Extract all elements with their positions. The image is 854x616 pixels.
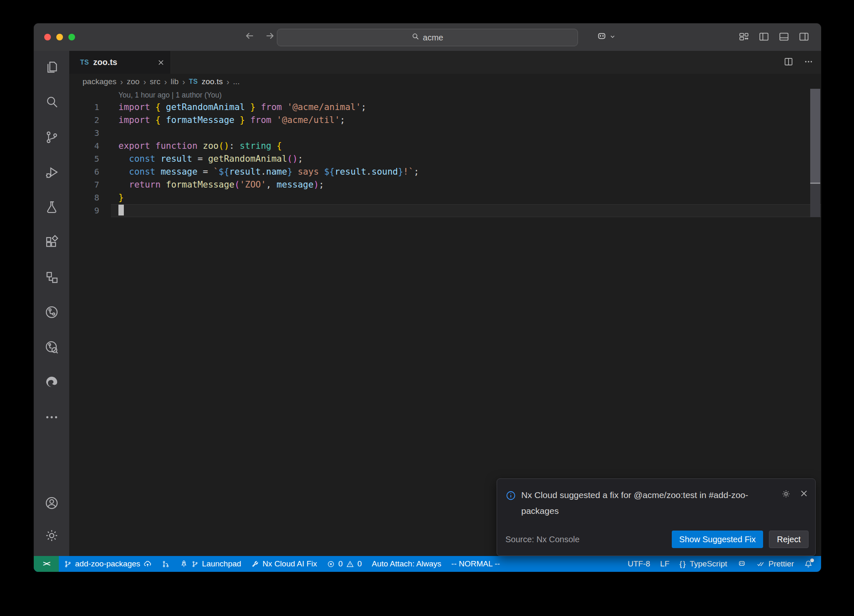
- forward-arrow-icon[interactable]: [264, 30, 275, 43]
- extensions-icon[interactable]: [42, 233, 61, 252]
- code-token: ${: [219, 167, 229, 177]
- bell-icon: [804, 560, 813, 568]
- explorer-icon[interactable]: [42, 58, 61, 77]
- run-debug-icon[interactable]: [42, 163, 61, 182]
- code-token: string: [240, 141, 271, 151]
- more-views-icon[interactable]: [42, 408, 61, 427]
- edge-tools-icon[interactable]: [42, 373, 61, 392]
- toggle-panel-icon[interactable]: [779, 31, 789, 44]
- code-line-5[interactable]: 5 const result = getRandomAnimal();: [69, 153, 821, 165]
- code-token: 'ZOO': [240, 180, 266, 190]
- search-sidebar-icon[interactable]: [42, 93, 61, 112]
- breadcrumb-item[interactable]: lib: [171, 77, 178, 86]
- launchpad-item[interactable]: Launchpad: [175, 556, 246, 572]
- back-arrow-icon[interactable]: [244, 30, 255, 43]
- breadcrumb-separator: ›: [226, 77, 229, 87]
- nx-cloud-ai-fix-item[interactable]: Nx Cloud AI Fix: [246, 556, 322, 572]
- code-line-3[interactable]: 3: [69, 127, 821, 140]
- customize-layout-icon[interactable]: [738, 31, 749, 44]
- breadcrumb-item[interactable]: packages: [83, 77, 116, 86]
- close-window-button[interactable]: [44, 34, 51, 40]
- code-token: function: [156, 141, 203, 151]
- split-editor-icon[interactable]: [784, 57, 794, 68]
- line-number: 5: [69, 153, 99, 165]
- editor-scrollbar[interactable]: [810, 89, 820, 183]
- reject-button[interactable]: Reject: [769, 531, 809, 548]
- encoding-item[interactable]: UTF-8: [623, 556, 655, 572]
- code-token: '@acme/animal': [287, 102, 361, 112]
- code-token: :: [229, 141, 240, 151]
- breadcrumb-item[interactable]: src: [150, 77, 160, 86]
- code-line-1[interactable]: 1import { getRandomAnimal } from '@acme/…: [69, 101, 821, 114]
- branch-name: add-zoo-packages: [75, 559, 140, 568]
- code-token: ;: [298, 154, 303, 164]
- copilot-icon: [596, 31, 608, 44]
- code-token: `: [409, 167, 414, 177]
- editor-cursor: [118, 205, 124, 215]
- git-branch-item[interactable]: add-zoo-packages: [59, 556, 157, 572]
- vscode-window: acme: [33, 23, 821, 572]
- line-number: 7: [69, 178, 99, 191]
- command-center-search[interactable]: acme: [277, 29, 578, 46]
- references-icon[interactable]: [42, 268, 61, 287]
- auto-attach-item[interactable]: Auto Attach: Always: [367, 556, 446, 572]
- settings-gear-icon[interactable]: [42, 526, 61, 545]
- code-line-6[interactable]: 6 const message = `${result.name} says $…: [69, 165, 821, 178]
- title-bar: acme: [34, 23, 821, 51]
- code-token: [245, 115, 250, 125]
- code-area: 1import { getRandomAnimal } from '@acme/…: [69, 101, 821, 217]
- notification-source: Source: Nx Console: [505, 535, 580, 544]
- close-tab-icon[interactable]: [157, 59, 165, 66]
- editor-actions-more-icon[interactable]: [804, 57, 814, 68]
- vim-mode-item[interactable]: -- NORMAL --: [446, 556, 505, 572]
- source-control-graph-item[interactable]: [157, 556, 175, 572]
- copilot-status-item[interactable]: [732, 556, 751, 572]
- testing-icon[interactable]: [42, 198, 61, 217]
- chevron-down-icon: [609, 33, 616, 42]
- code-token: !: [403, 167, 409, 177]
- editor-scrollbar-lower: [810, 184, 820, 217]
- breadcrumb-file[interactable]: zoo.ts: [201, 77, 223, 86]
- minimize-window-button[interactable]: [56, 34, 63, 40]
- nx-console-icon[interactable]: [42, 303, 61, 322]
- code-token: [256, 102, 261, 112]
- tab-label: zoo.ts: [93, 58, 117, 67]
- notification-close-icon[interactable]: [799, 489, 809, 519]
- code-token: .: [261, 167, 266, 177]
- code-line-7[interactable]: 7 return formatMessage('ZOO', message);: [69, 178, 821, 191]
- nx-cloud-icon[interactable]: [42, 338, 61, 357]
- code-line-4[interactable]: 4export function zoo(): string {: [69, 140, 821, 153]
- git-blame-annotation[interactable]: You, 1 hour ago | 1 author (You): [118, 90, 821, 101]
- code-line-9[interactable]: 9: [69, 204, 821, 217]
- accounts-icon[interactable]: [42, 493, 61, 513]
- notification-settings-gear-icon[interactable]: [781, 489, 791, 519]
- code-line-8[interactable]: 8}: [69, 191, 821, 204]
- code-token: `: [214, 167, 219, 177]
- toggle-secondary-sidebar-icon[interactable]: [799, 31, 809, 44]
- breadcrumb: packages › zoo › src › lib › TS zoo.ts ›…: [69, 74, 821, 90]
- breadcrumb-overflow[interactable]: ...: [233, 77, 240, 86]
- code-token: [118, 154, 129, 164]
- source-control-icon[interactable]: [42, 128, 61, 147]
- toggle-primary-sidebar-icon[interactable]: [759, 31, 769, 44]
- git-branch-icon: [64, 560, 72, 568]
- info-icon: [505, 487, 516, 519]
- code-token: {: [276, 141, 282, 151]
- eol-item[interactable]: LF: [655, 556, 674, 572]
- code-token: ,: [266, 180, 276, 190]
- notification-dot: [810, 558, 814, 562]
- notifications-item[interactable]: [799, 556, 818, 572]
- braces-icon: {}: [679, 559, 686, 568]
- remote-indicator[interactable]: ><: [34, 556, 59, 572]
- zoom-window-button[interactable]: [68, 34, 75, 40]
- problems-item[interactable]: 0 0: [322, 556, 367, 572]
- formatter-item[interactable]: Prettier: [751, 556, 799, 572]
- tab-zoo-ts[interactable]: TS zoo.ts: [69, 51, 171, 74]
- breadcrumb-item[interactable]: zoo: [127, 77, 140, 86]
- code-token: formatMessage: [166, 115, 234, 125]
- show-suggested-fix-button[interactable]: Show Suggested Fix: [672, 531, 763, 548]
- copilot-menu[interactable]: [596, 31, 616, 44]
- code-line-2[interactable]: 2import { formatMessage } from '@acme/ut…: [69, 114, 821, 127]
- language-mode-item[interactable]: {} TypeScript: [674, 556, 732, 572]
- code-token: }: [118, 193, 124, 203]
